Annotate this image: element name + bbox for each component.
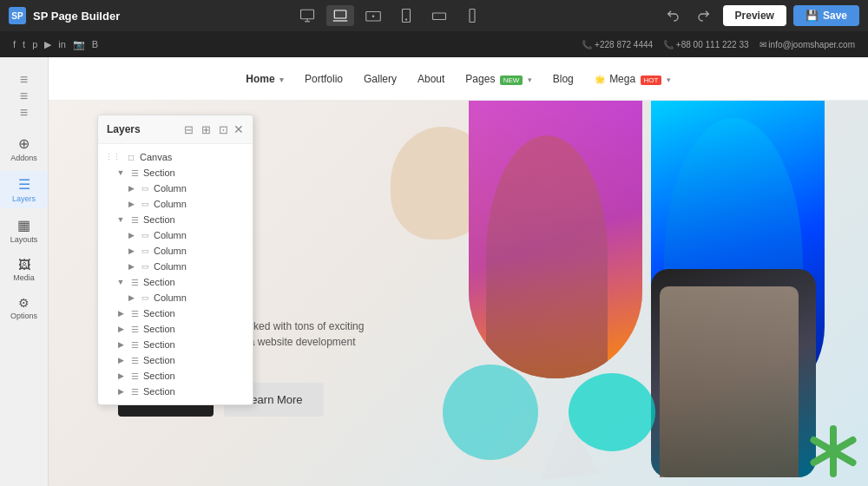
svg-rect-3: [335, 10, 347, 18]
laptop-btn[interactable]: [326, 5, 354, 26]
canvas-label: Canvas: [140, 152, 172, 162]
twitter-icon: t: [23, 39, 25, 49]
facebook-icon: f: [13, 39, 16, 49]
sidebar-item-media[interactable]: 🖼 Media: [0, 253, 48, 287]
mega-arrow: ▾: [667, 76, 671, 84]
layers-panel-title: Layers: [107, 123, 141, 135]
left-sidebar: ≡≡≡ ⊕ Addons ☰ Layers ▦ Layouts 🖼 Media …: [0, 57, 49, 486]
layers-close-button[interactable]: ✕: [233, 122, 244, 136]
col2-2-label: Column: [154, 246, 187, 256]
desktop-btn[interactable]: [293, 5, 321, 26]
svg-point-7: [406, 19, 407, 20]
col3-1-label: Column: [154, 292, 187, 303]
nav-about[interactable]: About: [418, 73, 444, 85]
mobile-landscape-btn[interactable]: [425, 5, 453, 26]
tree-col-3-1[interactable]: ▶ ▭ Column: [98, 290, 253, 305]
section9-toggle[interactable]: ▶: [115, 386, 126, 397]
section1-label: Section: [143, 167, 175, 178]
app-logo: SP: [9, 7, 26, 24]
section4-label: Section: [143, 308, 175, 319]
svg-rect-0: [301, 10, 314, 19]
mobile-portrait-btn[interactable]: [458, 5, 486, 26]
tree-col-2-1[interactable]: ▶ ▭ Column: [98, 227, 253, 243]
tree-col-2-3[interactable]: ▶ ▭ Column: [98, 259, 253, 274]
section6-icon: ☰: [128, 338, 141, 351]
nav-gallery[interactable]: Gallery: [364, 73, 397, 85]
section7-icon: ☰: [128, 354, 141, 366]
section2-toggle[interactable]: ▼: [115, 214, 126, 225]
tablet-portrait-btn[interactable]: [392, 5, 420, 26]
tree-section-8[interactable]: ▶ ☰ Section: [98, 368, 253, 384]
col2-1-toggle[interactable]: ▶: [126, 230, 136, 240]
tablet-landscape-btn[interactable]: [359, 5, 387, 26]
tree-section-7[interactable]: ▶ ☰ Section: [98, 352, 253, 368]
nav-blog[interactable]: Blog: [553, 73, 574, 85]
options-icon: ⚙: [18, 296, 30, 310]
mega-badge: HOT: [641, 76, 662, 85]
nav-mega[interactable]: 🌟 Mega HOT ▾: [595, 73, 671, 85]
col1-2-toggle[interactable]: ▶: [126, 199, 136, 209]
phone1: 📞 +228 872 4444: [582, 40, 653, 49]
options-label: Options: [10, 312, 37, 320]
col3-1-toggle[interactable]: ▶: [126, 292, 136, 303]
drag-icon: ⋮⋮: [105, 153, 121, 161]
tree-section-2[interactable]: ▼ ☰ Section: [98, 212, 253, 227]
tree-col-2-2[interactable]: ▶ ▭ Column: [98, 243, 253, 259]
col2-3-toggle[interactable]: ▶: [126, 261, 136, 272]
section5-toggle[interactable]: ▶: [115, 324, 126, 334]
home-arrow: ▾: [279, 76, 284, 84]
contact-info: 📞 +228 872 4444 📞 +88 00 111 222 33 ✉ in…: [582, 40, 855, 49]
layers-view-icon-1[interactable]: ⊟: [181, 122, 195, 136]
tree-col-1-2[interactable]: ▶ ▭ Column: [98, 196, 253, 212]
layers-view-icon-2[interactable]: ⊞: [199, 122, 213, 136]
col2-2-toggle[interactable]: ▶: [126, 246, 136, 256]
nav-home[interactable]: Home ▾: [246, 73, 284, 85]
nav-portfolio[interactable]: Portfolio: [305, 73, 343, 85]
tree-section-9[interactable]: ▶ ☰ Section: [98, 384, 253, 399]
toolbar-right: Preview 💾 Save: [661, 5, 859, 26]
section4-icon: ☰: [128, 307, 141, 319]
section8-toggle[interactable]: ▶: [115, 371, 126, 381]
sidebar-item-addons[interactable]: ⊕ Addons: [0, 130, 48, 167]
sidebar-item-options[interactable]: ⚙ Options: [0, 291, 48, 325]
undo-button[interactable]: [661, 5, 685, 26]
tree-col-1-1[interactable]: ▶ ▭ Column: [98, 181, 253, 196]
nav-pages[interactable]: Pages NEW ▾: [465, 73, 531, 85]
col2-1-label: Column: [154, 230, 187, 240]
tree-section-5[interactable]: ▶ ☰ Section: [98, 321, 253, 337]
addons-icon: ⊕: [18, 135, 30, 152]
tree-section-4[interactable]: ▶ ☰ Section: [98, 305, 253, 321]
col1-1-label: Column: [154, 183, 187, 194]
section4-toggle[interactable]: ▶: [115, 308, 126, 319]
layers-label: Layers: [12, 194, 36, 203]
sidebar-item-menu[interactable]: ≡≡≡: [0, 66, 48, 127]
section6-toggle[interactable]: ▶: [115, 339, 126, 350]
section1-toggle[interactable]: ▼: [115, 167, 126, 178]
youtube-icon: ▶: [44, 39, 51, 50]
layers-view-icon-3[interactable]: ⊡: [216, 122, 230, 136]
tree-section-1[interactable]: ▼ ☰ Section: [98, 165, 253, 181]
section7-toggle[interactable]: ▶: [115, 355, 126, 365]
save-button[interactable]: 💾 Save: [793, 5, 859, 26]
tree-section-3[interactable]: ▼ ☰ Section: [98, 274, 253, 290]
section9-icon: ☰: [128, 385, 141, 397]
save-icon: 💾: [806, 10, 819, 22]
top-toolbar: SP SP Page Builder: [0, 0, 868, 31]
sidebar-item-layouts[interactable]: ▦ Layouts: [0, 212, 48, 249]
social-bar: f t p ▶ in 📷 B 📞 +228 872 4444 📞 +88 00 …: [0, 31, 868, 57]
tree-section-6[interactable]: ▶ ☰ Section: [98, 337, 253, 352]
section3-toggle[interactable]: ▼: [115, 277, 126, 287]
layers-body: ⋮⋮ □ Canvas ▼ ☰ Section ▶ ▭ Column ▶: [98, 144, 253, 404]
svg-rect-9: [470, 10, 475, 23]
layers-panel-header: Layers ⊟ ⊞ ⊡ ✕: [98, 115, 253, 144]
preview-button[interactable]: Preview: [723, 5, 786, 26]
col1-1-toggle[interactable]: ▶: [126, 183, 136, 194]
section5-label: Section: [143, 324, 175, 334]
linkedin-icon: in: [58, 39, 66, 49]
tree-canvas[interactable]: ⋮⋮ □ Canvas: [98, 149, 253, 165]
layouts-icon: ▦: [17, 217, 30, 233]
device-switcher: [293, 5, 486, 26]
app-title: SP Page Builder: [33, 10, 120, 23]
sidebar-item-layers[interactable]: ☰ Layers: [0, 171, 48, 208]
redo-button[interactable]: [692, 5, 716, 26]
